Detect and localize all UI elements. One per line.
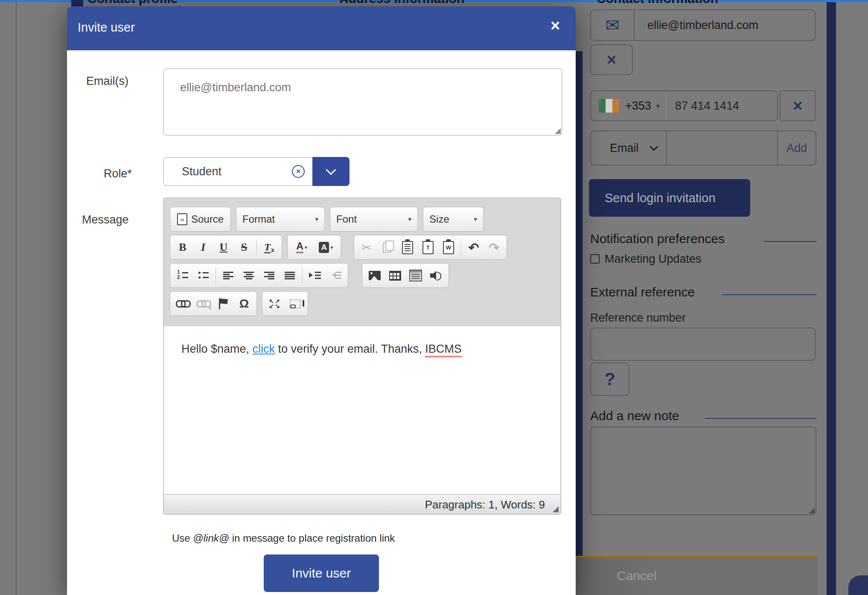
resize-grip-icon[interactable]	[555, 128, 561, 134]
send-login-invitation-label: Send login invitation	[605, 191, 716, 205]
scrollbar-track-right[interactable]	[827, 2, 836, 595]
link-helper-text: Use @link@ in message to place registrat…	[172, 532, 395, 544]
caret-down-icon: ▾	[408, 215, 412, 223]
reference-number-label: Reference number	[590, 311, 686, 325]
invite-user-button[interactable]: Invite user	[264, 554, 379, 592]
remove-email-button[interactable]: ×	[590, 44, 633, 75]
redo-button[interactable]: ↷	[484, 237, 504, 258]
message-brand: IBCMS	[425, 342, 462, 357]
maximize-icon: ↖↗ ↙↘	[269, 299, 280, 308]
scrollbar-track-middle[interactable]	[576, 51, 583, 595]
close-icon: ×	[607, 51, 616, 69]
reference-help-button[interactable]: ?	[590, 363, 629, 396]
editor-content[interactable]: Hello $name, click to verify your email.…	[164, 326, 560, 495]
dial-code-caret-icon[interactable]: ▾	[656, 102, 660, 110]
audio-arc	[437, 272, 441, 281]
role-value-box[interactable]: Student ×	[163, 157, 312, 186]
flag-green	[599, 99, 606, 113]
indent-icon	[309, 271, 321, 280]
reference-number-input[interactable]	[590, 328, 816, 361]
toolbar-row-2: B I U S T x A ▾	[170, 235, 560, 260]
insert-image-button[interactable]	[364, 265, 385, 286]
text-color-button[interactable]: A ▾	[290, 237, 314, 258]
remove-phone-button[interactable]: ×	[780, 90, 816, 121]
resize-grip-icon[interactable]	[553, 506, 559, 512]
note-textarea[interactable]	[590, 427, 816, 515]
paste-word-icon: W	[443, 241, 454, 254]
role-label: Role*	[104, 167, 132, 180]
heading-rule	[722, 294, 816, 295]
text-color-icon: A	[296, 241, 303, 253]
marketing-updates-checkbox[interactable]	[590, 254, 600, 264]
insert-iframe-button[interactable]	[405, 265, 426, 286]
editor-status-bar: Paragraphs: 1, Words: 9	[164, 494, 560, 514]
clipboard-group: ✂ T W ↶ ↷	[354, 235, 507, 260]
insert-table-button[interactable]	[385, 265, 405, 286]
numbered-list-button[interactable]: 1 2	[172, 265, 193, 286]
format-dropdown[interactable]: Format ▾	[236, 207, 325, 232]
background-color-button[interactable]: A ▾	[314, 237, 338, 258]
insert-audio-button[interactable]	[426, 265, 446, 286]
add-note-heading: Add a new note	[590, 409, 679, 423]
copy-button[interactable]	[377, 237, 397, 258]
italic-button[interactable]: I	[193, 237, 213, 258]
helper-code: @link@	[193, 532, 229, 544]
bold-button[interactable]: B	[172, 237, 193, 258]
role-select[interactable]: Student ×	[163, 157, 350, 186]
indent-button[interactable]	[305, 265, 325, 286]
align-right-button[interactable]	[259, 265, 280, 286]
ireland-flag-icon[interactable]	[599, 99, 619, 113]
left-divider	[16, 2, 17, 595]
ol-bar	[182, 277, 188, 278]
align-left-button[interactable]	[218, 265, 239, 286]
align-center-button[interactable]	[239, 265, 259, 286]
contact-phone-field[interactable]: +353 ▾ 87 414 1414	[590, 90, 778, 121]
bulleted-list-button[interactable]	[193, 265, 213, 286]
align-right-icon	[264, 272, 274, 279]
emails-input[interactable]	[164, 69, 562, 135]
link-button[interactable]	[172, 293, 193, 314]
remove-format-button[interactable]: T x	[259, 237, 280, 258]
phone-number-value[interactable]: 87 414 1414	[675, 99, 739, 113]
envelope-icon: ✉	[605, 15, 620, 35]
ol-bar	[182, 272, 188, 273]
outdent-button[interactable]	[325, 265, 346, 286]
font-label: Font	[336, 213, 357, 225]
paste-as-text-button[interactable]: T	[418, 237, 438, 258]
add-button[interactable]: Add	[778, 142, 816, 155]
underline-button[interactable]: U	[213, 237, 234, 258]
strikethrough-button[interactable]: S	[234, 237, 254, 258]
contact-email-value[interactable]: ellie@timberland.com	[647, 19, 758, 32]
font-dropdown[interactable]: Font ▾	[330, 207, 418, 232]
invite-user-dialog: Invite user × Email(s) Role* Student × M…	[67, 6, 576, 595]
resize-grip-icon[interactable]	[809, 508, 815, 514]
paste-button[interactable]	[397, 237, 418, 258]
source-button[interactable]: ‹› Source	[170, 207, 231, 232]
word-count: Paragraphs: 1, Words: 9	[425, 498, 545, 511]
toolbar-separator	[216, 267, 216, 284]
close-icon[interactable]: ×	[551, 17, 560, 35]
redo-icon: ↷	[489, 240, 499, 255]
paste-from-word-button[interactable]: W	[438, 237, 459, 258]
role-dropdown-button[interactable]	[312, 157, 350, 186]
cancel-button[interactable]: Cancel	[617, 569, 656, 583]
send-login-invitation-button[interactable]: Send login invitation	[589, 179, 750, 217]
special-char-button[interactable]: Ω	[234, 293, 254, 314]
contact-type-select[interactable]: Email	[610, 142, 639, 155]
anchor-button[interactable]	[213, 293, 234, 314]
add-contact-input[interactable]	[667, 131, 777, 165]
email-icon-cell: ✉	[591, 10, 635, 40]
maximize-button[interactable]: ↖↗ ↙↘	[265, 293, 285, 314]
clear-role-icon[interactable]: ×	[292, 165, 305, 178]
dial-code[interactable]: +353	[625, 99, 651, 113]
contact-email-field[interactable]: ✉ ellie@timberland.com	[590, 9, 816, 41]
undo-button[interactable]: ↶	[463, 237, 484, 258]
unlink-button[interactable]: ×	[193, 293, 213, 314]
cut-button[interactable]: ✂	[356, 237, 377, 258]
message-link[interactable]: click	[253, 342, 275, 355]
show-blocks-button[interactable]	[285, 293, 306, 314]
justify-button[interactable]	[280, 265, 300, 286]
chevron-down-icon	[650, 142, 658, 151]
toolbar-row-3: 1 2	[170, 263, 560, 288]
size-dropdown[interactable]: Size ▾	[423, 207, 484, 232]
